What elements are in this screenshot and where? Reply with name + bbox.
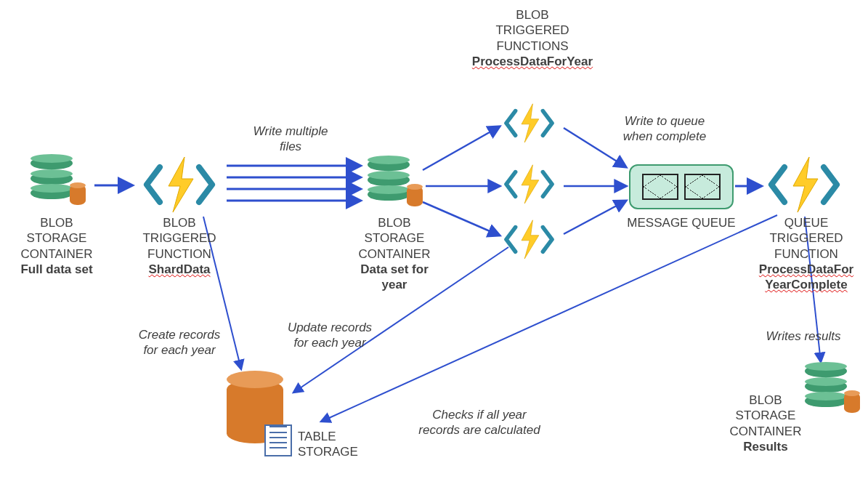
label-fn-complete: QUEUE TRIGGERED FUNCTION ProcessDataFor …: [748, 215, 864, 292]
label-table-storage: TABLE STORAGE: [298, 429, 370, 460]
edge-label-write-multiple: Write multiple files: [232, 124, 349, 155]
function-icon: [501, 102, 557, 142]
document-icon: [264, 424, 292, 456]
label-fn-process: BLOB TRIGGERED FUNCTIONS ProcessDataForY…: [449, 7, 616, 69]
node-blob-full: [31, 157, 81, 202]
node-fn-complete: [764, 154, 844, 212]
function-icon: [139, 154, 219, 212]
function-icon: [501, 218, 557, 259]
edge-label-create-records: Create records for each year: [125, 327, 234, 358]
edge-label-writes-results: Writes results: [753, 329, 854, 344]
envelope-icon: [684, 174, 721, 200]
node-fn-shard: [139, 154, 219, 212]
node-blob-year: [368, 158, 418, 204]
edge-label-write-queue: Write to queue when complete: [603, 113, 726, 145]
db-icon: [805, 365, 856, 410]
node-fn-process-2: [501, 163, 581, 221]
db-icon: [368, 158, 418, 204]
diagram-canvas: BLOB STORAGE CONTAINER Full data set BLO…: [0, 0, 868, 479]
label-blob-year: BLOB STORAGE CONTAINER Data set for year: [347, 215, 442, 292]
function-icon: [764, 154, 844, 212]
edge-label-update-records: Update records for each year: [272, 320, 388, 351]
svg-line-5: [423, 126, 500, 170]
node-fn-process-1: [501, 102, 581, 160]
node-fn-process-3: [501, 218, 581, 276]
label-blob-results: BLOB STORAGE CONTAINER Results: [722, 393, 809, 454]
label-queue: MESSAGE QUEUE: [616, 215, 747, 230]
function-icon: [501, 163, 557, 204]
envelope-icon: [642, 174, 678, 200]
label-blob-full: BLOB STORAGE CONTAINER Full data set: [13, 215, 100, 277]
label-fn-shard: BLOB TRIGGERED FUNCTION ShardData: [139, 215, 219, 277]
db-icon: [31, 157, 81, 202]
node-queue: [629, 164, 734, 209]
edge-label-checks: Checks if all year records are calculate…: [399, 407, 559, 438]
node-blob-results: [805, 365, 856, 410]
